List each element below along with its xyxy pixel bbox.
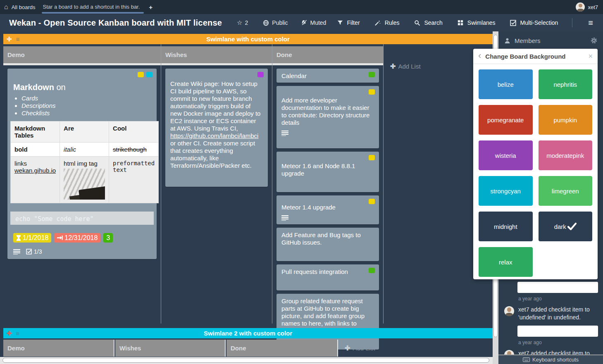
swatch-wisteria[interactable]: wisteria — [479, 140, 533, 170]
description-icon — [281, 215, 288, 221]
count-badge[interactable]: 3 — [103, 233, 113, 243]
swimlane-2-header: ✚ ≡ Swimlane 2 with custom color — [3, 328, 493, 338]
board-tab-underline — [42, 12, 144, 14]
list-demo-header[interactable]: Demo — [3, 46, 161, 63]
members-header: Members — [498, 31, 603, 50]
card-bullet-list: Cards Descriptions Checklists — [21, 95, 151, 117]
label-yellow[interactable] — [369, 89, 375, 95]
activity-entry: xet7 added checklist item to 'undefined'… — [518, 306, 598, 321]
comment-input[interactable] — [517, 326, 598, 337]
username[interactable]: xet7 — [588, 4, 598, 10]
wekan-app: ⌂ All boards Star a board to add a short… — [0, 0, 603, 364]
swatch-relax[interactable]: relax — [479, 247, 533, 277]
user-avatar[interactable] — [576, 2, 585, 12]
gear-icon[interactable] — [591, 37, 597, 44]
keyboard-icon — [523, 357, 530, 362]
label-green[interactable] — [369, 72, 375, 77]
list-demo-header[interactable]: Demo — [3, 340, 114, 357]
card-calendar[interactable]: Calendar — [276, 69, 379, 83]
rules-button[interactable]: Rules — [374, 19, 400, 26]
preformatted-cell: preformatted text — [109, 157, 159, 203]
checklist-badge: 1/3 — [26, 248, 42, 255]
swatch-strongcyan[interactable]: strongcyan — [479, 176, 533, 206]
card-developer-docs[interactable]: Add more developer documentation to make… — [276, 86, 379, 148]
due-arrow-icon — [57, 235, 63, 240]
label-green[interactable] — [369, 268, 375, 273]
links-cell: links wekan.gihub.io — [11, 157, 60, 203]
card-meteor-16[interactable]: Meteor 1.6 and Node 8.8.1 upgrade — [276, 152, 379, 192]
swatch-moderatepink[interactable]: moderatepink — [539, 140, 593, 170]
home-icon[interactable]: ⌂ — [4, 3, 8, 11]
mute-button[interactable]: Muted — [300, 19, 326, 26]
bullet-item: Descriptions — [21, 102, 151, 109]
activity-timestamp: a year ago — [518, 340, 603, 345]
lambci-link[interactable]: https://github.com/lambci/lambci — [170, 132, 258, 139]
globe-icon — [262, 19, 269, 26]
horizontal-scrollbar-thumb[interactable] — [2, 358, 489, 363]
add-board-button[interactable]: + — [149, 4, 153, 11]
header-menu: Filter Rules Search — [336, 18, 597, 28]
card-title: Meteor 1.4 upgrade — [281, 204, 336, 211]
card-meteor-14[interactable]: Meteor 1.4 upgrade — [276, 195, 379, 224]
top-bar: ⌂ All boards Star a board to add a short… — [0, 0, 603, 14]
image-cell: html img tag — [60, 157, 109, 203]
start-date-badge[interactable]: 1/1/2018 — [13, 233, 51, 243]
card-pull-requests[interactable]: Pull requests integration — [276, 264, 379, 290]
member-avatar[interactable] — [504, 306, 514, 316]
board-menu-icon[interactable]: ≡ — [588, 18, 593, 28]
label-purple[interactable] — [257, 72, 264, 77]
grid-icon — [457, 19, 464, 26]
swatch-pomegranate[interactable]: pomegranate — [479, 105, 533, 135]
swatch-limegreen[interactable]: limegreen — [539, 176, 593, 206]
table-header-cell: Markdown Tables — [11, 121, 60, 143]
activity-timestamp: a year ago — [518, 296, 603, 302]
swatch-belize[interactable]: belize — [479, 69, 533, 99]
swatch-midnight[interactable]: midnight — [479, 212, 533, 241]
label-yellow[interactable] — [138, 72, 144, 77]
card-markdown-demo[interactable]: Markdown on Cards Descriptions Checklist… — [7, 69, 157, 259]
wekan-link[interactable]: wekan.gihub.io — [14, 167, 56, 174]
visibility-button[interactable]: Public — [262, 19, 288, 26]
card-title: Create Wiki page: How to setup CI build … — [170, 80, 260, 132]
keyboard-shortcuts-bar[interactable]: Keyboard shortcuts — [498, 354, 603, 364]
board-title: Wekan - Open Source Kanban board with MI… — [9, 18, 222, 28]
filter-button[interactable]: Filter — [336, 19, 360, 26]
activity-feed: a year ago xet7 added checklist item to … — [498, 279, 603, 357]
list-wishes-header[interactable]: Wishes — [115, 340, 226, 357]
all-boards-link[interactable]: All boards — [12, 4, 36, 10]
label-yellow[interactable] — [369, 199, 375, 204]
horizontal-scrollbar[interactable] — [0, 357, 493, 364]
header-divider — [572, 18, 572, 27]
swimlane-1-header: ✚ ≡ Swimlane with custom color — [3, 34, 493, 44]
comment-input[interactable] — [517, 282, 598, 293]
card-feature-bug-tags[interactable]: Add Feature and Bug tags to GitHub issue… — [276, 228, 379, 261]
search-button[interactable]: Search — [413, 19, 442, 26]
swatch-dark-selected[interactable]: dark — [539, 212, 593, 241]
board-shortcut-hint[interactable]: Star a board to add a shortcut in this b… — [43, 4, 140, 11]
card-title: Add more developer documentation to make… — [281, 97, 369, 126]
magic-wand-icon — [374, 19, 381, 26]
list-done-header[interactable]: Done — [226, 340, 338, 357]
due-date-badge[interactable]: 12/31/2018 — [54, 233, 100, 243]
add-list-button[interactable]: ✚ Add List — [345, 344, 375, 352]
list-wishes-header[interactable]: Wishes — [161, 46, 272, 63]
multi-selection-button[interactable]: Multi-Selection — [510, 19, 558, 26]
back-chevron-icon[interactable]: ‹ — [478, 50, 481, 61]
swimlane-2-title[interactable]: Swimlane 2 with custom color — [3, 330, 493, 337]
label-cyan[interactable] — [146, 72, 153, 77]
selected-check-icon — [567, 223, 577, 230]
swimlane-1-title[interactable]: Swimlane with custom color — [3, 36, 493, 43]
label-yellow[interactable] — [369, 155, 375, 160]
card-create-wiki[interactable]: Create Wiki page: How to setup CI build … — [165, 69, 268, 187]
swatch-pumpkin[interactable]: pumpkin — [539, 105, 593, 135]
bullet-item: Cards — [21, 95, 151, 102]
card-title: Calendar — [281, 72, 307, 79]
swatch-nephritis[interactable]: nephritis — [539, 69, 593, 99]
bullet-item: Checklists — [21, 109, 151, 117]
star-counter[interactable]: ☆ 2 — [237, 19, 248, 26]
swimlane-area: ✚ ≡ Swimlane with custom color Demo — [0, 31, 493, 364]
close-icon[interactable]: × — [588, 52, 593, 61]
swimlanes-view-button[interactable]: Swimlanes — [457, 19, 496, 26]
add-list-area: ✚ Add List — [338, 340, 493, 357]
list-done-header[interactable]: Done — [272, 46, 383, 63]
